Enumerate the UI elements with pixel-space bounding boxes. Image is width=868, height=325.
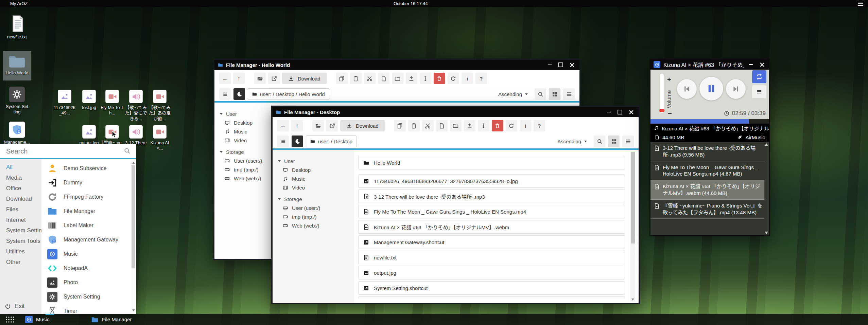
up-button[interactable]: ↑ bbox=[291, 120, 303, 131]
sidebar-item-video[interactable]: Video bbox=[273, 183, 354, 192]
sidebar-item-user[interactable]: User (user:/) bbox=[273, 203, 354, 212]
category-system-settings[interactable]: System Settings bbox=[0, 225, 41, 236]
info-button[interactable]: i bbox=[520, 120, 531, 131]
grid-view-button[interactable] bbox=[608, 136, 620, 147]
copy-button[interactable] bbox=[394, 120, 406, 131]
playlist-item[interactable]: 『雪峰 ~yukimine~ Piano & Strings Ver.』を歌って… bbox=[650, 200, 764, 219]
upload-button[interactable] bbox=[406, 73, 417, 84]
refresh-button[interactable] bbox=[506, 120, 517, 131]
scroll-down-icon[interactable] bbox=[765, 232, 768, 234]
file-row[interactable]: 117346026_4968186883206677_3276783073763… bbox=[358, 174, 625, 188]
minimize-icon[interactable] bbox=[605, 109, 613, 115]
file-row[interactable]: Fly Me To The Moon _ Gawr Gura Sings _ H… bbox=[358, 205, 625, 218]
download-button[interactable]: Download bbox=[282, 73, 327, 84]
scroll-up-icon[interactable] bbox=[132, 162, 135, 164]
scrollbar[interactable] bbox=[131, 161, 135, 312]
maximize-icon[interactable] bbox=[557, 62, 565, 68]
category-system-tools[interactable]: System Tools bbox=[0, 236, 41, 246]
volume-slider[interactable] bbox=[660, 74, 664, 113]
window-titlebar[interactable]: File Manager - Desktop bbox=[273, 107, 639, 117]
category-utilities[interactable]: Utilities bbox=[0, 246, 41, 257]
app-item-photo[interactable]: Photo bbox=[41, 275, 136, 290]
cut-button[interactable] bbox=[422, 120, 434, 131]
app-item-label-maker[interactable]: Label Maker bbox=[41, 218, 136, 233]
rename-button[interactable] bbox=[478, 120, 489, 131]
up-button[interactable]: ↑ bbox=[233, 73, 245, 84]
paste-button[interactable] bbox=[350, 73, 362, 84]
sidebar-group-user[interactable]: User bbox=[273, 157, 354, 165]
app-item-notepada[interactable]: NotepadA bbox=[41, 261, 136, 275]
app-item-management-gateway[interactable]: Management Gateway bbox=[41, 233, 136, 247]
download-button[interactable]: Download bbox=[340, 120, 385, 131]
repeat-button[interactable] bbox=[752, 70, 766, 83]
sidebar-group-storage[interactable]: Storage bbox=[273, 195, 354, 203]
desktop-icon-folder[interactable]: Hello World bbox=[3, 51, 31, 80]
volume-handle[interactable] bbox=[659, 109, 664, 112]
list-view-button[interactable] bbox=[563, 88, 575, 100]
open-in-new-button[interactable] bbox=[268, 73, 280, 84]
playlist-menu-button[interactable] bbox=[752, 85, 766, 98]
open-button[interactable] bbox=[254, 73, 266, 84]
topbar-menu-icon[interactable] bbox=[858, 2, 863, 6]
new-file-button[interactable] bbox=[378, 73, 389, 84]
maximize-icon[interactable] bbox=[616, 109, 624, 115]
copy-button[interactable] bbox=[336, 73, 348, 84]
category-download[interactable]: Download bbox=[0, 194, 41, 204]
window-titlebar[interactable]: File Manager - Hello World bbox=[214, 60, 579, 70]
rename-button[interactable] bbox=[420, 73, 431, 84]
desktop-icon-text[interactable]: newfile.txt bbox=[3, 15, 31, 40]
file-row[interactable]: System Setting.shortcut bbox=[358, 281, 625, 295]
new-folder-button[interactable] bbox=[392, 73, 403, 84]
desktop-icon-gateway[interactable]: Manageme... bbox=[3, 122, 31, 145]
app-item-timer[interactable]: Timer bbox=[41, 304, 136, 314]
file-row[interactable]: output.jpg bbox=[358, 266, 625, 279]
menu-button[interactable] bbox=[277, 136, 289, 147]
app-item-file-manager[interactable]: File Manager bbox=[41, 204, 136, 218]
back-button[interactable]: ← bbox=[219, 73, 231, 84]
sidebar-item-tmp[interactable]: tmp (tmp:/) bbox=[273, 212, 354, 221]
app-item-music[interactable]: Music bbox=[41, 247, 136, 261]
list-view-button[interactable] bbox=[622, 136, 634, 147]
scrollbar-thumb[interactable] bbox=[132, 165, 135, 268]
open-in-new-button[interactable] bbox=[326, 120, 338, 131]
taskbar-item-file-manager[interactable]: File Manager bbox=[91, 314, 132, 325]
player-titlebar[interactable]: Kizuna AI × 花譜 #63 「かりそめ」【... bbox=[650, 59, 769, 70]
playlist-item[interactable]: Kizuna AI × 花譜 #63 「かりそめ」【オリジナルMV】.webm … bbox=[650, 180, 764, 200]
search-input[interactable] bbox=[0, 144, 119, 158]
app-item-system-setting[interactable]: System Setting bbox=[41, 290, 136, 304]
new-folder-button[interactable] bbox=[450, 120, 462, 131]
search-button[interactable] bbox=[594, 136, 605, 147]
sort-dropdown[interactable]: Ascending bbox=[498, 91, 528, 97]
help-button[interactable]: ? bbox=[534, 120, 545, 131]
close-icon[interactable] bbox=[568, 62, 576, 68]
trash-button[interactable] bbox=[434, 73, 445, 84]
scroll-up-icon[interactable] bbox=[765, 143, 768, 146]
new-file-button[interactable] bbox=[436, 120, 448, 131]
upload-button[interactable] bbox=[464, 120, 475, 131]
search-button[interactable] bbox=[535, 88, 546, 100]
pause-button[interactable] bbox=[699, 77, 723, 101]
theme-toggle-button[interactable] bbox=[233, 88, 245, 100]
info-button[interactable]: i bbox=[462, 73, 473, 84]
breadcrumb[interactable]: user: / Desktop bbox=[306, 136, 357, 147]
sort-dropdown[interactable]: Ascending bbox=[557, 139, 587, 144]
back-button[interactable]: ← bbox=[277, 120, 289, 131]
sidebar-item-desktop[interactable]: Desktop bbox=[273, 165, 354, 174]
scroll-down-icon[interactable] bbox=[132, 309, 135, 311]
playlist-item[interactable]: Fly Me To The Moon _ Gawr Gura Sings _ H… bbox=[650, 161, 764, 181]
skip-next-button[interactable] bbox=[726, 79, 746, 99]
app-item-ffmpeg-factory[interactable]: FFmpeg Factory bbox=[41, 190, 136, 204]
file-row[interactable]: Hello World bbox=[358, 156, 625, 169]
category-other[interactable]: Other bbox=[0, 257, 41, 267]
category-office[interactable]: Office bbox=[0, 183, 41, 194]
exit-button[interactable]: Exit bbox=[5, 303, 24, 310]
scrollbar-thumb[interactable] bbox=[631, 152, 635, 243]
trash-button[interactable] bbox=[492, 120, 503, 131]
category-internet[interactable]: Internet bbox=[0, 215, 41, 225]
minimize-icon[interactable] bbox=[545, 62, 554, 68]
help-button[interactable]: ? bbox=[475, 73, 487, 84]
taskbar-item-music[interactable]: Music bbox=[25, 314, 49, 325]
category-files[interactable]: Files bbox=[0, 204, 41, 215]
desktop-icon-video[interactable]: 【歌ってみ た】あの夏 が飽... bbox=[145, 90, 174, 122]
category-all[interactable]: All bbox=[0, 162, 41, 173]
